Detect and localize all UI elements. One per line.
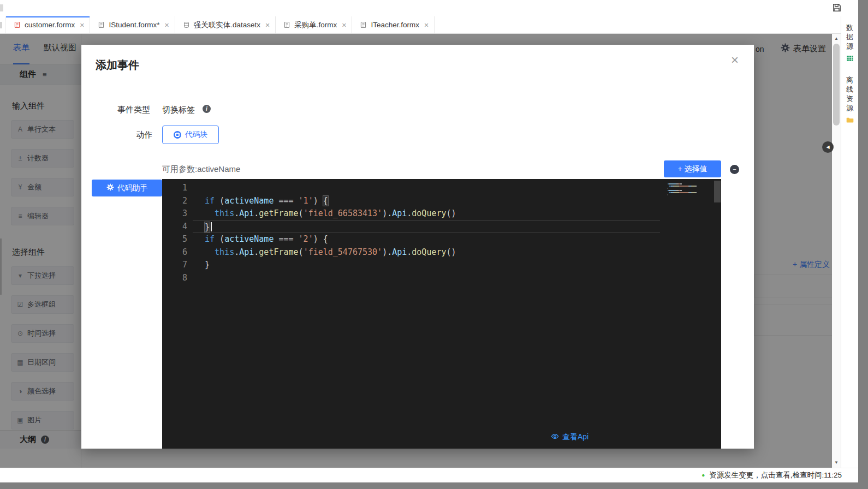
code-token: activeName xyxy=(224,234,274,244)
code-token: Api xyxy=(239,208,254,218)
code-token: . xyxy=(254,208,259,218)
editor-scrollbar[interactable] xyxy=(714,181,721,202)
form-file-icon xyxy=(98,21,105,28)
right-toolbar-item-label: 数据源 xyxy=(846,23,854,51)
close-icon[interactable]: × xyxy=(731,53,739,67)
code-token: '1' xyxy=(299,196,313,206)
code-token: () xyxy=(447,208,456,218)
file-tab[interactable]: customer.formx× xyxy=(6,16,90,33)
code-token: if xyxy=(205,234,215,244)
tabbar-edge-fragment xyxy=(0,16,6,33)
action-label: 动作 xyxy=(136,130,152,140)
select-value-button[interactable]: + 选择值 xyxy=(664,160,721,177)
window-icon-fragment xyxy=(0,4,3,11)
code-token: this xyxy=(215,208,234,218)
code-line[interactable]: 5if (activeName === '2') { xyxy=(162,233,660,246)
file-tab[interactable]: ITeacher.formx× xyxy=(352,16,435,33)
code-token: doQuery xyxy=(412,208,446,218)
code-token: { xyxy=(323,234,328,244)
tab-close-icon[interactable]: × xyxy=(265,21,270,29)
line-number: 5 xyxy=(162,233,187,246)
code-token: === xyxy=(274,196,298,206)
scroll-up-icon[interactable]: ▲ xyxy=(832,35,841,43)
line-number: 8 xyxy=(162,272,187,285)
file-tab-label: ITeacher.formx xyxy=(371,21,419,29)
form-file-icon xyxy=(14,21,21,28)
minimap-line xyxy=(668,192,712,193)
code-token xyxy=(205,208,215,218)
code-helper-button[interactable]: 代码助手 xyxy=(92,180,162,196)
file-tab[interactable]: IStudent.formx*× xyxy=(90,16,175,33)
code-text: this.Api.getFrame('field_54767530').Api.… xyxy=(187,246,456,259)
minimap-line xyxy=(668,183,712,184)
code-token: ( xyxy=(215,196,224,206)
titlebar xyxy=(0,0,858,17)
minimap-line xyxy=(668,196,712,198)
right-toolbar-item[interactable]: 数据源 xyxy=(846,23,854,62)
assistant-gear-icon xyxy=(106,183,114,193)
app-window: customer.formx×IStudent.formx*×强关联实体.dat… xyxy=(0,0,868,489)
code-line[interactable]: 7} xyxy=(162,259,660,272)
editor-minimap[interactable] xyxy=(668,181,712,199)
right-toolbar-item[interactable]: 离线资源 xyxy=(846,75,854,124)
code-token: ). xyxy=(382,208,392,218)
code-token: . xyxy=(407,247,412,257)
code-token: ). xyxy=(382,247,392,257)
file-tab[interactable]: 强关联实体.datasetx× xyxy=(175,16,276,33)
status-dot-icon: ● xyxy=(701,473,705,478)
tab-close-icon[interactable]: × xyxy=(80,21,84,29)
code-token: . xyxy=(407,208,412,218)
dialog-title: 添加事件 xyxy=(96,58,139,73)
minimap-line xyxy=(668,181,712,182)
code-line[interactable]: 6 this.Api.getFrame('field_54767530').Ap… xyxy=(162,246,660,259)
save-icon[interactable] xyxy=(831,2,843,14)
code-line[interactable]: 8 xyxy=(162,272,660,285)
code-editor[interactable]: 12if (activeName === '1') {3 this.Api.ge… xyxy=(162,179,721,449)
code-token: Api xyxy=(392,208,407,218)
tab-close-icon[interactable]: × xyxy=(342,21,346,29)
code-token: 'field_66583413' xyxy=(304,208,383,218)
code-token: Api xyxy=(239,247,254,257)
code-token: ) xyxy=(313,234,323,244)
code-token: ( xyxy=(215,234,224,244)
collapse-panel-button[interactable]: ◀ xyxy=(822,141,834,153)
code-token: ( xyxy=(299,208,304,218)
minimap-line xyxy=(668,190,712,191)
tab-close-icon[interactable]: × xyxy=(424,21,429,29)
status-message[interactable]: 资源发生变更，点击查看,检查时间:11:25 xyxy=(709,470,842,480)
minimap-line xyxy=(668,186,712,187)
view-api-link[interactable]: 查看Api xyxy=(551,432,588,442)
file-tab-label: 采购单.formx xyxy=(294,20,337,30)
code-line[interactable]: 4} xyxy=(162,220,660,234)
line-number: 7 xyxy=(162,259,187,272)
tab-close-icon[interactable]: × xyxy=(165,21,169,29)
code-token: () xyxy=(447,247,456,257)
code-token: Api xyxy=(392,247,407,257)
minimap-line xyxy=(668,194,712,195)
code-token: 'field_54767530' xyxy=(304,247,383,257)
radio-selected-icon xyxy=(174,131,181,139)
dataset-icon xyxy=(846,55,854,62)
event-type-label: 事件类型 xyxy=(117,105,150,115)
code-text: this.Api.getFrame('field_66583413').Api.… xyxy=(187,207,456,220)
code-line[interactable]: 2if (activeName === '1') { xyxy=(162,195,660,208)
code-token: } xyxy=(205,260,210,270)
code-line[interactable]: 3 this.Api.getFrame('field_66583413').Ap… xyxy=(162,207,660,220)
file-tab[interactable]: 采购单.formx× xyxy=(276,16,352,33)
code-line[interactable]: 1 xyxy=(162,182,660,195)
code-text: if (activeName === '1') { xyxy=(187,195,328,208)
form-file-icon xyxy=(360,21,367,28)
code-token: activeName xyxy=(224,196,274,206)
code-token: getFrame xyxy=(259,247,298,257)
code-token: } xyxy=(205,222,210,232)
remove-icon[interactable]: − xyxy=(730,165,739,174)
scroll-down-icon[interactable]: ▼ xyxy=(832,459,841,467)
scrollbar-thumb[interactable] xyxy=(833,44,840,126)
code-token: . xyxy=(234,247,239,257)
info-icon: i xyxy=(203,105,211,113)
code-token: . xyxy=(234,208,239,218)
code-block-option[interactable]: 代码块 xyxy=(162,126,219,144)
line-number: 3 xyxy=(162,207,187,220)
line-number: 2 xyxy=(162,195,187,208)
main-scrollbar[interactable]: ▲ ▼ xyxy=(832,34,841,468)
